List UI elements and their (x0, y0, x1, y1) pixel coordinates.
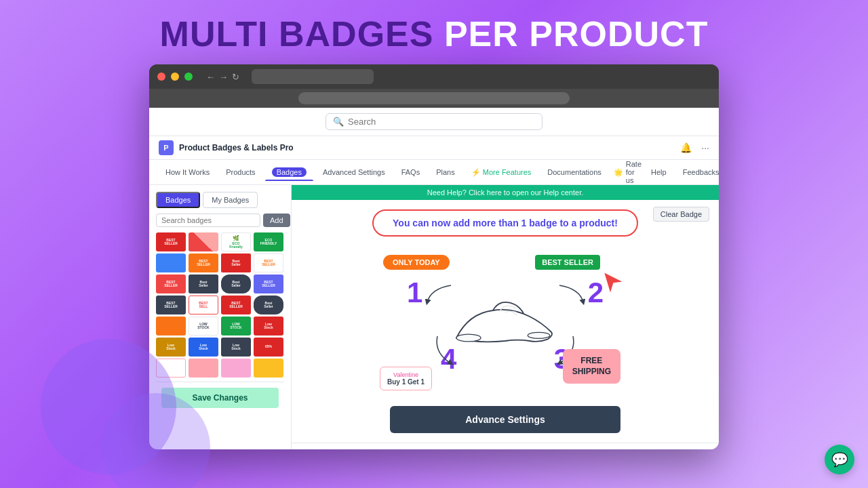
badge-best-seller: BEST SELLER (535, 255, 600, 270)
refresh-button[interactable]: ↻ (232, 72, 239, 82)
badge-item[interactable]: BestSeller (254, 296, 283, 314)
add-badge-button[interactable]: Add (263, 214, 290, 227)
search-badges-row: Add (156, 214, 284, 227)
badge-item[interactable] (189, 232, 218, 251)
forward-button[interactable]: → (219, 72, 228, 82)
badge-item[interactable] (189, 359, 218, 378)
product-showcase: ONLY TODAY BEST SELLER 1 2 3 4 (370, 245, 641, 401)
traffic-light-green[interactable] (184, 73, 193, 81)
app-header: P Product Badges & Labels Pro 🔔 ··· (149, 136, 719, 160)
address-bar-area (252, 69, 704, 84)
badge-grid: BESTSELLER 🌿 ECOFriendly ECOFRIENDLY BES… (156, 232, 284, 378)
tab-documentations[interactable]: Documentations (540, 163, 608, 181)
badge-item[interactable]: BESTSELLER (156, 296, 186, 314)
arrow-1 (424, 282, 458, 309)
notification-icon[interactable]: 🔔 (680, 142, 692, 153)
badge-buy-get: Valentine Buy 1 Get 1 (380, 367, 432, 390)
badge-item[interactable] (156, 317, 186, 336)
badges-badge: Badges (272, 167, 307, 177)
number-1: 1 (407, 279, 422, 307)
search-input[interactable] (348, 117, 535, 127)
nav-tabs: How It Works Products Badges Advanced Se… (149, 160, 719, 185)
arrow-4 (431, 333, 465, 367)
chat-button[interactable]: 💬 (825, 445, 854, 474)
applied-badges-bar: You already applied 2/50000 badges. (292, 443, 719, 449)
badge-item[interactable]: BESTSELLER (254, 253, 283, 272)
badge-item[interactable]: LowStock (156, 338, 186, 357)
badge-item[interactable]: BESTSELL (189, 296, 218, 314)
tab-how-it-works[interactable]: How It Works (159, 163, 216, 181)
cursor-arrow (600, 268, 627, 301)
back-button[interactable]: ← (206, 72, 215, 82)
badge-item[interactable]: LowStock (189, 338, 218, 357)
search-row: 🔍 (149, 108, 719, 136)
tab-more-features[interactable]: ⚡ More Features (465, 163, 538, 182)
badge-item[interactable]: 65% (254, 338, 283, 357)
badge-item[interactable]: BestSeller (221, 274, 251, 293)
badge-item[interactable]: BestSeller (189, 274, 218, 293)
main-layout: Badges My Badges Add BESTSELLER 🌿 ECOFri… (149, 185, 719, 449)
badge-item[interactable]: LowStock (221, 338, 251, 357)
search-badges-input[interactable] (156, 214, 260, 227)
browser-titlebar: ← → ↻ (149, 64, 719, 89)
main-content: Clear Badge You can now add more than 1 … (292, 200, 719, 443)
badge-item[interactable]: BESTSELLER (254, 274, 283, 293)
traffic-light-yellow[interactable] (171, 73, 179, 81)
browser-controls: ← → ↻ (206, 72, 239, 82)
badge-item[interactable]: BESTSELLER (156, 274, 186, 293)
badge-item[interactable] (221, 359, 251, 378)
badge-item[interactable]: ECOFRIENDLY (254, 232, 283, 251)
badge-item[interactable]: BESTSELLER (221, 296, 251, 314)
badge-item[interactable]: LOWSTOCK (189, 317, 218, 336)
search-wrapper: 🔍 (326, 113, 542, 130)
sidebar-tab-my-badges[interactable]: My Badges (203, 192, 258, 208)
traffic-light-red[interactable] (157, 73, 165, 81)
badge-item[interactable]: BESTSELLER (156, 232, 186, 251)
help-banner[interactable]: Need Help? Click here to open our Help c… (292, 185, 719, 200)
tab-badges[interactable]: Badges (265, 163, 313, 181)
svg-marker-2 (604, 272, 624, 294)
search-icon: 🔍 (333, 117, 344, 127)
help-button[interactable]: Help (644, 163, 673, 181)
main-panel: Need Help? Click here to open our Help c… (292, 185, 719, 449)
browser-window: ← → ↻ 🔍 P Product Badges & Labels Pro 🔔 … (149, 64, 719, 449)
feedbacks-button[interactable]: Feedbacks (676, 163, 719, 181)
app-content: 🔍 P Product Badges & Labels Pro 🔔 ··· Ho… (149, 108, 719, 449)
badge-item[interactable]: 🌿 ECOFriendly (221, 232, 251, 251)
tab-products[interactable]: Products (219, 163, 262, 181)
badge-free-shipping: FREESHIPPING (563, 349, 620, 384)
rate-us-button[interactable]: 🌟 Rate for us (614, 160, 642, 184)
page-title: MULTI BADGES PER PRODUCT (160, 15, 709, 54)
badge-only-today: ONLY TODAY (383, 255, 450, 270)
badge-item[interactable]: LowStock (254, 317, 283, 336)
tab-plans[interactable]: Plans (429, 163, 462, 181)
badge-item[interactable] (254, 359, 283, 378)
advance-settings-button[interactable]: Advance Settings (390, 406, 620, 433)
address-bar[interactable] (252, 69, 374, 84)
applied-badges-text: You already applied 2/50000 badges. (298, 447, 424, 449)
browser-nav-bar (149, 89, 719, 108)
browser-search-bar (298, 92, 570, 104)
app-logo: P (159, 140, 174, 155)
badge-item[interactable]: BestSeller (221, 253, 251, 272)
more-icon[interactable]: ··· (701, 142, 709, 153)
app-name: Product Badges & Labels Pro (179, 143, 294, 152)
badge-item[interactable]: LOWSTOCK (221, 317, 251, 336)
clear-badge-button[interactable]: Clear Badge (653, 207, 709, 222)
badge-item[interactable] (156, 253, 186, 272)
tab-advanced-settings[interactable]: Advanced Settings (316, 163, 392, 181)
badge-item[interactable]: BESTSELLER (189, 253, 218, 272)
promo-bubble: You can now add more than 1 badge to a p… (372, 209, 638, 237)
arrow-2 (553, 282, 587, 309)
sidebar-tab-badges[interactable]: Badges (156, 192, 200, 208)
tab-faqs[interactable]: FAQs (395, 163, 427, 181)
sidebar-tabs: Badges My Badges (156, 192, 284, 208)
